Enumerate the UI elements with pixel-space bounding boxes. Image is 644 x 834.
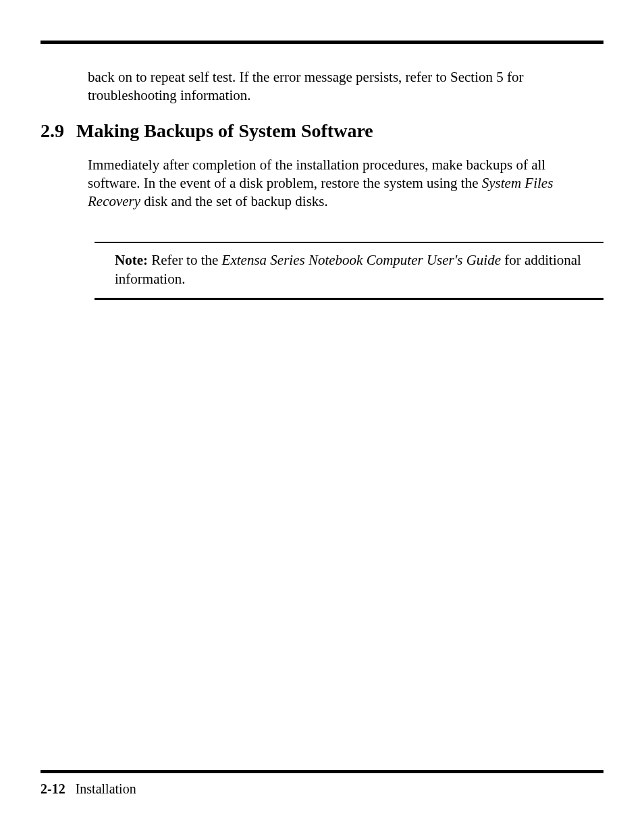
page-footer: 2-12 Installation [41,770,603,797]
note-box: Note: Refer to the Extensa Series Notebo… [95,242,603,300]
section-body-part2: disk and the set of backup disks. [140,193,328,209]
section-number: 2.9 [41,120,64,142]
section-body: Immediately after completion of the inst… [88,156,597,211]
footer-page-number: 2-12 [41,781,65,796]
section-title: Making Backups of System Software [76,120,373,142]
section-body-part1: Immediately after completion of the inst… [88,157,545,191]
note-label: Note: [115,252,148,268]
top-rule [41,41,603,44]
bottom-rule [41,770,603,773]
continuation-paragraph: back on to repeat self test. If the erro… [88,68,597,105]
note-italic: Extensa Series Notebook Computer User's … [222,252,501,268]
note-part1: Refer to the [148,252,222,268]
footer-section-name: Installation [76,781,136,796]
section-heading: 2.9 Making Backups of System Software [41,120,603,142]
